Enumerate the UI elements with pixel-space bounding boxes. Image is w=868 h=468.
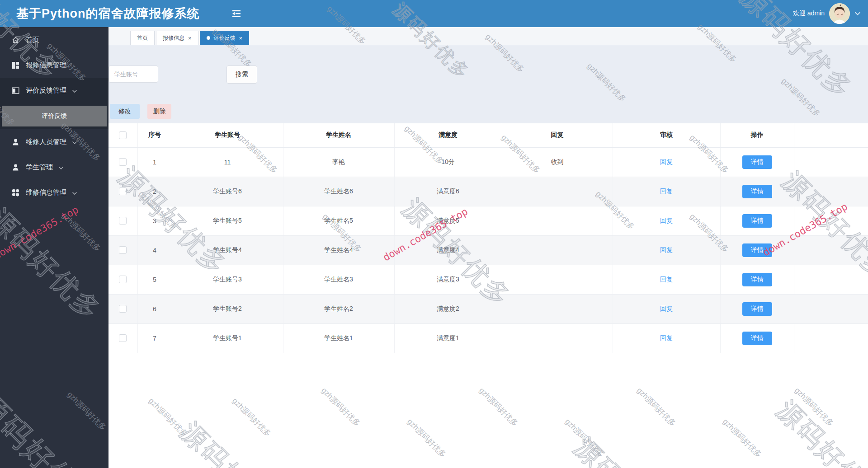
column-header-学生姓名: 学生姓名 <box>283 123 394 147</box>
fold-menu-icon[interactable] <box>231 8 242 19</box>
cell-reply <box>502 265 613 294</box>
tab-label: 评价反馈 <box>214 34 236 42</box>
cell-account: 11 <box>172 147 283 177</box>
sidebar-item-label: 首页 <box>26 36 39 44</box>
row-checkbox[interactable] <box>119 246 127 254</box>
sidebar-item-首页[interactable]: 首页 <box>0 27 108 52</box>
sidebar-item-维修人员管理[interactable]: 维修人员管理 <box>0 129 108 154</box>
search-button[interactable]: 搜索 <box>226 66 257 84</box>
reply-link[interactable]: 回复 <box>660 187 673 195</box>
cell-audit: 回复 <box>613 206 720 235</box>
user-icon <box>12 164 19 171</box>
column-header-满意度: 满意度 <box>394 123 502 147</box>
row-select-cell <box>108 177 137 206</box>
sidebar-item-label: 学生管理 <box>26 163 53 172</box>
cell-action: 详情 <box>720 235 794 265</box>
chevron-down-icon <box>72 88 77 93</box>
cell-account: 学生账号2 <box>172 294 283 323</box>
row-select-cell <box>108 235 137 265</box>
row-checkbox[interactable] <box>119 276 127 283</box>
cell-audit: 回复 <box>613 294 720 323</box>
row-select-cell <box>108 147 137 177</box>
cell-audit: 回复 <box>613 235 720 265</box>
cell-account: 学生账号5 <box>172 206 283 235</box>
cell-seq: 6 <box>137 294 172 323</box>
cell-seq: 5 <box>137 265 172 294</box>
sidebar-group-评价反馈管理: 评价反馈管理评价反馈 <box>0 78 108 129</box>
reply-link[interactable]: 回复 <box>660 276 673 283</box>
user-avatar[interactable] <box>829 3 850 24</box>
search-input[interactable] <box>108 66 158 83</box>
column-header-审核: 审核 <box>613 123 720 147</box>
detail-button[interactable]: 详情 <box>742 332 772 345</box>
feedback-table-panel: 序号学生账号学生姓名满意度回复审核操作 111李艳10分收到回复详情2学生账号6… <box>108 123 868 468</box>
cell-reply: 收到 <box>502 147 613 177</box>
column-header-序号: 序号 <box>137 123 172 147</box>
cell-satisfaction: 满意度5 <box>394 206 502 235</box>
tab-close-icon[interactable]: × <box>239 35 243 41</box>
row-checkbox[interactable] <box>119 187 127 195</box>
row-select-cell <box>108 206 137 235</box>
detail-button[interactable]: 详情 <box>742 243 772 257</box>
cell-action: 详情 <box>720 177 794 206</box>
app-header: 基于Python的宿舍故障报修系统 欢迎 admin <box>0 0 868 27</box>
tab-bar: 首页报修信息×评价反馈× <box>108 27 868 45</box>
welcome-text: 欢迎 admin <box>793 9 825 18</box>
cell-name: 学生姓名6 <box>283 177 394 206</box>
tab-label: 报修信息 <box>163 34 184 42</box>
user-area[interactable]: 欢迎 admin <box>793 0 861 27</box>
table-row: 5学生账号3学生姓名3满意度3回复详情 <box>108 265 868 294</box>
row-checkbox[interactable] <box>119 334 127 342</box>
edit-button[interactable]: 修改 <box>110 104 140 119</box>
cell-account: 学生账号3 <box>172 265 283 294</box>
detail-button[interactable]: 详情 <box>742 273 772 286</box>
row-checkbox[interactable] <box>119 158 127 166</box>
row-checkbox[interactable] <box>119 217 127 225</box>
cell-satisfaction: 满意度1 <box>394 323 502 353</box>
sidebar-item-评价反馈管理[interactable]: 评价反馈管理 <box>0 78 108 103</box>
sidebar-item-报修信息管理[interactable]: 报修信息管理 <box>0 52 108 78</box>
cell-filler <box>794 147 868 177</box>
app-title: 基于Python的宿舍故障报修系统 <box>16 5 200 22</box>
cell-audit: 回复 <box>613 323 720 353</box>
sidebar-item-维修信息管理[interactable]: 维修信息管理 <box>0 180 108 205</box>
tab-close-icon[interactable]: × <box>188 35 192 41</box>
row-select-cell <box>108 323 137 353</box>
column-header-学生账号: 学生账号 <box>172 123 283 147</box>
row-select-cell <box>108 294 137 323</box>
tab-报修信息[interactable]: 报修信息× <box>156 31 198 45</box>
tab-评价反馈[interactable]: 评价反馈× <box>200 31 250 45</box>
reply-link[interactable]: 回复 <box>660 158 673 165</box>
delete-button[interactable]: 删除 <box>147 104 171 119</box>
chevron-down-icon <box>58 164 64 170</box>
cell-seq: 3 <box>137 206 172 235</box>
sidebar-item-学生管理[interactable]: 学生管理 <box>0 154 108 180</box>
tab-首页[interactable]: 首页 <box>130 31 155 45</box>
cell-satisfaction: 10分 <box>394 147 502 177</box>
cell-name: 李艳 <box>283 147 394 177</box>
cell-seq: 2 <box>137 177 172 206</box>
detail-button[interactable]: 详情 <box>742 185 772 198</box>
detail-button[interactable]: 详情 <box>742 302 772 316</box>
cell-filler <box>794 177 868 206</box>
cell-reply <box>502 206 613 235</box>
sidebar-item-label: 评价反馈管理 <box>26 86 66 95</box>
sidebar-subitem-评价反馈[interactable]: 评价反馈 <box>2 106 107 126</box>
reply-link[interactable]: 回复 <box>660 334 673 342</box>
cell-reply <box>502 294 613 323</box>
table-row: 2学生账号6学生姓名6满意度6回复详情 <box>108 177 868 206</box>
detail-button[interactable]: 详情 <box>742 155 772 169</box>
cell-satisfaction: 满意度2 <box>394 294 502 323</box>
cell-action: 详情 <box>720 294 794 323</box>
cell-name: 学生姓名1 <box>283 323 394 353</box>
select-all-checkbox[interactable] <box>119 131 127 139</box>
detail-button[interactable]: 详情 <box>742 214 772 228</box>
reply-link[interactable]: 回复 <box>660 246 673 253</box>
reply-link[interactable]: 回复 <box>660 217 673 224</box>
row-select-cell <box>108 265 137 294</box>
reply-link[interactable]: 回复 <box>660 305 673 312</box>
sidebar-item-label: 报修信息管理 <box>26 61 66 70</box>
cell-satisfaction: 满意度6 <box>394 177 502 206</box>
row-checkbox[interactable] <box>119 305 127 313</box>
cell-name: 学生姓名4 <box>283 235 394 265</box>
